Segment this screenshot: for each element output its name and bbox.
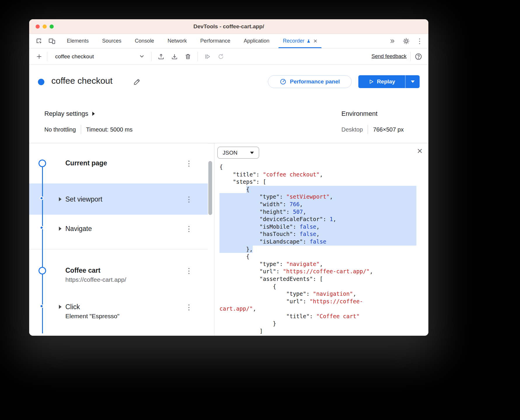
device-toolbar-icon[interactable] (48, 37, 56, 45)
step-menu-icon[interactable]: ⋮ (185, 267, 193, 274)
recorder-toolbar: coffee checkout Send feedback (29, 48, 428, 65)
replay-label: Replay (377, 78, 395, 85)
code-line: "type": "setViewport", (215, 193, 416, 201)
expand-step-icon[interactable] (58, 305, 62, 309)
tab-close-icon[interactable]: × (313, 38, 317, 44)
tab-performance[interactable]: Performance (193, 34, 237, 48)
tab-network[interactable]: Network (161, 34, 193, 48)
code-line: "isLandscape": false (215, 238, 416, 246)
code-line: { (215, 283, 416, 290)
code-line: "type": "navigate", (215, 260, 416, 268)
steps-scrollbar[interactable] (208, 161, 212, 215)
tab-strip: ElementsSourcesConsoleNetworkPerformance… (60, 34, 324, 48)
step-title: Coffee cart (65, 266, 100, 274)
divider (47, 52, 47, 61)
settings-section: Replay settings No throttling Timeout: 5… (29, 98, 428, 143)
code-content: { "title": "coffee checkout", "steps": [… (215, 163, 416, 336)
timeline-node (40, 196, 43, 200)
recording-header: coffee checkout Performance panel Replay (29, 65, 428, 98)
expand-step-icon[interactable] (58, 227, 62, 231)
inspect-element-icon[interactable] (35, 37, 43, 45)
timeline-node (39, 160, 46, 167)
environment-values: Desktop 766×507 px (341, 125, 404, 134)
tab-elements[interactable]: Elements (60, 34, 95, 48)
code-line: "type": "navigation", (215, 290, 416, 298)
format-select[interactable]: JSON (217, 147, 259, 159)
performance-panel-label: Performance panel (290, 78, 340, 85)
throttling-value: No throttling (44, 126, 76, 133)
step-menu-icon[interactable]: ⋮ (185, 225, 193, 232)
tab-label: Application (244, 38, 269, 44)
code-line: { (215, 253, 416, 260)
step-menu-icon[interactable]: ⋮ (185, 196, 193, 203)
more-tabs-icon[interactable] (388, 37, 396, 45)
replay-button[interactable]: Replay (358, 75, 405, 88)
selection-highlight: }, (219, 246, 253, 253)
code-line: cart.app/", (215, 305, 416, 313)
send-feedback-link[interactable]: Send feedback (371, 53, 406, 60)
tab-application[interactable]: Application (237, 34, 276, 48)
step-row-click[interactable]: ClickElement "Espresso"⋮ (29, 292, 208, 336)
delete-recording-icon[interactable] (184, 52, 192, 61)
active-tab-underline (278, 47, 322, 48)
code-line: "assertedEvents": [ (215, 275, 416, 283)
replay-settings-values: No throttling Timeout: 5000 ms (44, 125, 132, 134)
code-line: "title": "coffee checkout", (215, 171, 416, 178)
step-row-current-page[interactable]: Current page⋮ (29, 143, 208, 183)
recording-select[interactable]: coffee checkout (51, 51, 147, 62)
replay-settings-toggle[interactable]: Replay settings (44, 110, 95, 118)
selection-highlight: "deviceScaleFactor": 1, (219, 216, 416, 223)
export-recording-icon[interactable] (170, 52, 179, 61)
settings-gear-icon[interactable] (402, 37, 410, 45)
replay-settings-label: Replay settings (44, 110, 88, 118)
replay-options-button[interactable] (405, 75, 420, 88)
performance-panel-button[interactable]: Performance panel (268, 75, 352, 88)
tab-sources[interactable]: Sources (95, 34, 128, 48)
close-code-panel-icon[interactable]: × (417, 146, 423, 155)
step-over-icon[interactable] (203, 52, 212, 61)
recording-title: coffee checkout (51, 76, 113, 86)
step-body: Coffee carthttps://coffee-cart.app/ (65, 266, 126, 284)
step-subtitle: Element "Espresso" (65, 312, 119, 320)
devtools-window: DevTools - coffee-cart.app/ ElementsSour… (29, 19, 428, 336)
environment-viewport: 766×507 px (373, 126, 404, 133)
step-title: Set viewport (65, 195, 102, 203)
add-recording-icon[interactable] (35, 52, 43, 61)
step-body: Navigate (65, 225, 92, 233)
edit-title-icon[interactable] (133, 78, 141, 87)
expand-step-icon[interactable] (58, 197, 62, 201)
code-line: "url": "https://coffee-cart.app/", (215, 268, 416, 275)
performance-gauge-icon (280, 78, 287, 85)
selection-highlight: "isMobile": false, (219, 223, 416, 231)
code-line: "url": "https://coffee- (215, 298, 416, 305)
step-row-coffee-cart[interactable]: Coffee carthttps://coffee-cart.app/⋮ (29, 249, 208, 292)
experiment-icon (306, 39, 311, 43)
rerun-icon[interactable] (217, 52, 225, 61)
environment-label: Environment (341, 110, 378, 118)
help-icon[interactable] (414, 52, 423, 61)
divider (151, 52, 151, 61)
tab-label: Recorder (283, 38, 304, 44)
selection-highlight: "hasTouch": false, (219, 230, 416, 238)
panel-icons (29, 34, 60, 48)
code-line: ] (215, 328, 416, 335)
selection-highlight: { (246, 186, 416, 193)
tab-console[interactable]: Console (128, 34, 161, 48)
import-recording-icon[interactable] (157, 52, 165, 61)
tab-recorder[interactable]: Recorder× (276, 34, 324, 48)
code-line: "height": 507, (215, 208, 416, 216)
window-title: DevTools - coffee-cart.app/ (29, 19, 428, 34)
selection-highlight: "isLandscape": false (219, 238, 416, 246)
dropdown-arrow-icon (250, 152, 254, 154)
selection-highlight: "height": 507, (219, 208, 416, 216)
devtools-menu-icon[interactable]: ⋮ (416, 38, 423, 45)
format-select-value: JSON (223, 150, 238, 156)
tab-label: Network (167, 38, 187, 44)
step-title: Navigate (65, 225, 92, 233)
recording-dot-icon (38, 79, 44, 85)
step-row-navigate[interactable]: Navigate⋮ (29, 215, 208, 242)
step-menu-icon[interactable]: ⋮ (185, 160, 193, 167)
step-row-set-viewport[interactable]: Set viewport⋮ (29, 183, 208, 215)
step-menu-icon[interactable]: ⋮ (185, 304, 193, 311)
code-line: }, (215, 246, 416, 253)
